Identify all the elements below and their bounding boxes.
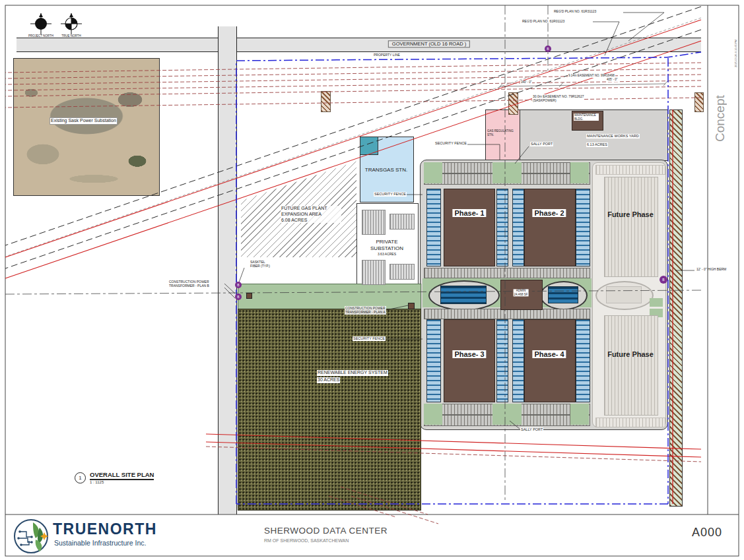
concept-watermark: Concept bbox=[713, 36, 727, 142]
utility-marker: B bbox=[235, 294, 242, 300]
private-substation-label: PRIVATE SUBSTATION 3.63 ACRES bbox=[370, 239, 404, 256]
roadside-landscape-strip bbox=[238, 284, 421, 310]
phase1-building bbox=[444, 189, 495, 266]
future-phase-label-south: Future Phase bbox=[607, 350, 654, 358]
maintenance-building-label: MAINTENANCE BLDG. bbox=[574, 113, 599, 121]
construction-power-b-label: CONSTRUCTION POWER TRANSFORMER - PLAN B bbox=[168, 280, 210, 288]
view-number-bubble: 1 bbox=[75, 472, 86, 483]
project-title: SHERWOOD DATA CENTER bbox=[264, 526, 388, 536]
plot-stamp: 2025-03-26 4:10:45 PM bbox=[734, 8, 737, 67]
substation-equipment bbox=[389, 264, 415, 280]
landscape-patch bbox=[492, 404, 522, 425]
security-fence-label: SECURITY FENCE bbox=[374, 192, 407, 197]
substation-equipment bbox=[362, 260, 386, 285]
phase4-label: Phase- 4 bbox=[532, 350, 566, 358]
company-logo bbox=[13, 518, 49, 557]
berm-strip bbox=[669, 109, 683, 507]
line-marker bbox=[321, 91, 331, 112]
renewable-acres: 30 ACRES bbox=[317, 377, 340, 383]
renewable-label: RENEWABLE ENERGY SYSTEM bbox=[317, 370, 388, 376]
future-canopy bbox=[606, 286, 642, 303]
future-building-north bbox=[604, 177, 658, 277]
view-title-block: 1 OVERALL SITE PLAN 1 : 1125 bbox=[75, 471, 154, 484]
aerial-photo-inset bbox=[13, 58, 160, 196]
substation-equipment bbox=[362, 210, 386, 235]
solar-yard-strip bbox=[576, 189, 590, 266]
phase2-label: Phase- 2 bbox=[532, 209, 566, 217]
future-gas-plant-label: FUTURE GAS PLANT EXPANSION AREA 6.08 ACR… bbox=[281, 206, 341, 223]
property-line-label: PROPERTY LINE bbox=[373, 53, 401, 57]
landscape-patch bbox=[424, 404, 442, 425]
view-scale: 1 : 1125 bbox=[90, 480, 154, 484]
regd-plan-label-bottom: REG'D PLAN NO. 61R01123 bbox=[522, 19, 565, 23]
solar-yard-strip bbox=[576, 319, 590, 402]
road-label: GOVERNMENT (OLD 16 ROAD ) bbox=[388, 40, 470, 47]
future-phase-label-north: Future Phase bbox=[607, 210, 654, 218]
dim-right: 405' - 0" bbox=[606, 78, 618, 82]
view-title: OVERALL SITE PLAN bbox=[90, 471, 154, 480]
easement-saskpower-label: 30.0m EASEMENT NO. 79R12627 (SASKPOWER) bbox=[532, 94, 584, 103]
sasktel-fiber-label: SASKTEL FIBER (TYP.) bbox=[250, 260, 271, 268]
line-marker bbox=[508, 92, 518, 115]
admin-label: ADMIN 24,468 SF bbox=[514, 289, 529, 296]
landscape-patch bbox=[424, 162, 442, 183]
renewable-energy-area bbox=[238, 309, 421, 511]
parking-row bbox=[424, 268, 590, 278]
site-plan-sheet: Existing Sask Power Substation TRANSGAS … bbox=[0, 0, 744, 560]
regd-plan-label-top: REG'D PLAN NO. 61R31123 bbox=[553, 9, 597, 13]
true-north-label: TRUE NORTH bbox=[61, 34, 81, 38]
transgas-valve-pad bbox=[360, 137, 378, 155]
gas-regulating-label: GAS REGULATING STN. bbox=[487, 129, 520, 137]
phase3-building bbox=[444, 319, 495, 402]
transformer-box bbox=[408, 303, 415, 309]
phase4-building bbox=[524, 319, 576, 402]
solar-yard-strip bbox=[426, 189, 441, 266]
phase3-label: Phase- 3 bbox=[452, 350, 486, 358]
solar-yard-strip bbox=[512, 189, 524, 266]
substation-equipment bbox=[389, 214, 415, 230]
solar-yard-strip bbox=[426, 319, 441, 402]
maintenance-yard-label: MAINTENANCE WORKS YARD bbox=[586, 134, 640, 139]
utility-marker: B bbox=[659, 276, 667, 284]
sally-port-label: SALLY PORT bbox=[520, 427, 543, 432]
line-marker bbox=[694, 92, 704, 112]
future-parking-row bbox=[595, 418, 665, 427]
sheet-number: A000 bbox=[692, 526, 722, 540]
parking-row bbox=[424, 309, 590, 319]
future-parking-row bbox=[595, 165, 665, 175]
transgas-label: TRANSGAS STN. bbox=[364, 167, 408, 173]
solar-yard-strip bbox=[496, 319, 508, 402]
solar-yard-strip bbox=[512, 319, 524, 402]
landscape-patch bbox=[570, 404, 589, 425]
future-building-south bbox=[604, 315, 658, 416]
security-fence-label: SECURITY FENCE bbox=[353, 336, 386, 341]
landscape-patch bbox=[492, 162, 522, 183]
construction-power-a-label: CONSTRUCTION POWER TRANSFORMER - PLAN A bbox=[345, 306, 386, 315]
utility-marker: B bbox=[545, 46, 551, 52]
sally-port-label: SALLY PORT bbox=[530, 142, 553, 146]
project-north-label: PROJECT NORTH bbox=[28, 34, 54, 38]
landscape-patch bbox=[650, 298, 663, 307]
phase2-building bbox=[524, 189, 576, 266]
transformer-box bbox=[246, 293, 252, 299]
project-location: RM OF SHERWOOD, SASKATCHEWAN bbox=[264, 538, 349, 543]
landscape-patch bbox=[570, 162, 589, 183]
company-tagline: Sustainable Infrastructure Inc. bbox=[54, 539, 147, 547]
solar-yard-strip bbox=[496, 189, 508, 266]
canopy-parking-east bbox=[548, 286, 578, 303]
maintenance-yard-acres: 6.13 ACRES bbox=[586, 142, 608, 147]
truenorth-logo-icon bbox=[13, 518, 49, 554]
project-north-icon bbox=[30, 13, 51, 34]
utility-marker: B bbox=[235, 282, 242, 288]
road-north-south bbox=[218, 26, 237, 514]
title-block: TRUENORTH Sustainable Infrastructure Inc… bbox=[0, 515, 744, 560]
company-name: TRUENORTH bbox=[53, 520, 157, 538]
road-government-old16 bbox=[17, 38, 701, 52]
easement-sasktel-label: 9.14m EASEMENT NO. 99R16498 bbox=[568, 74, 615, 78]
berm-label: 12' - 0" HIGH BERM bbox=[696, 267, 727, 271]
true-north-icon bbox=[61, 13, 82, 34]
security-fence-label: SECURITY FENCE bbox=[434, 141, 467, 146]
canopy-parking-west bbox=[440, 286, 487, 304]
existing-substation-label: Existing Sask Power Substation bbox=[50, 117, 118, 125]
dim-left: 340' - 0" bbox=[520, 80, 532, 84]
